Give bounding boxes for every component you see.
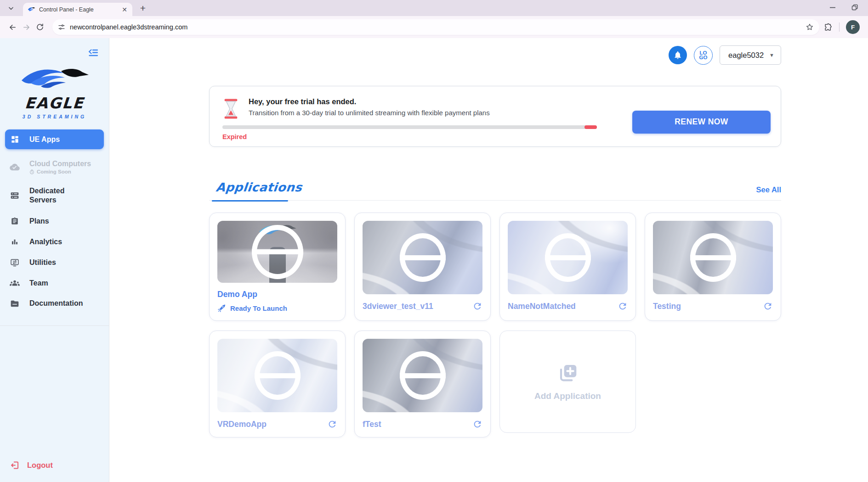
bookmark-star-icon[interactable]	[806, 23, 814, 31]
see-all-link[interactable]: See All	[756, 185, 781, 194]
sidebar-divider	[0, 325, 109, 326]
eagle-swoosh-logo-icon	[19, 66, 91, 91]
tab-search-chevron-icon[interactable]	[5, 2, 17, 15]
browser-window: Control Panel - Eagle ✕ + newcontrolpane…	[0, 0, 868, 482]
tab-title: Control Panel - Eagle	[39, 6, 120, 13]
renew-now-button[interactable]: RENEW NOW	[632, 111, 771, 134]
trial-progress-bar	[222, 125, 597, 129]
notifications-button[interactable]	[669, 46, 687, 64]
eagle-swoosh-icon	[28, 6, 35, 13]
sidebar-item-ue-apps[interactable]: UE Apps	[5, 129, 104, 149]
sidebar-item-plans[interactable]: Plans	[0, 211, 109, 232]
eagle-logo: EAGLE 3D STREAMING	[0, 66, 109, 119]
main-area: LO GO eagle5032 ▼	[109, 38, 868, 482]
refresh-icon[interactable]	[472, 419, 482, 429]
sidebar-item-utilities[interactable]: Utilities	[0, 252, 109, 273]
refresh-icon[interactable]	[472, 301, 482, 311]
sidebar-item-label: Plans	[29, 217, 49, 225]
url-bar[interactable]: newcontrolpanel.eagle3dstreaming.com	[52, 19, 819, 35]
app-card-demo-app[interactable]: Demo App Ready To Launch	[209, 213, 346, 321]
circle-slash-symbol	[400, 351, 446, 400]
trial-progress-indicator	[584, 125, 597, 129]
browser-profile-avatar[interactable]: F	[846, 20, 860, 34]
refresh-icon[interactable]	[763, 301, 773, 311]
applications-grid: Demo App Ready To Launch 3dviewer_test_v…	[209, 213, 781, 451]
logo-badge-bottom: GO	[699, 55, 708, 60]
logout-label: Logout	[27, 461, 53, 470]
restore-window-icon[interactable]	[851, 4, 858, 11]
refresh-icon[interactable]	[618, 301, 628, 311]
clock-icon	[29, 169, 34, 174]
app-thumbnail	[217, 339, 337, 412]
character-figure	[269, 247, 286, 283]
trial-banner: Hey, your free trial has ended. Transiti…	[209, 86, 781, 147]
sidebar: EAGLE 3D STREAMING UE Apps Cloud Compute…	[0, 38, 109, 482]
applications-header: Applications See All	[209, 180, 781, 201]
banner-subtitle: Transition from a 30-day trial to unlimi…	[249, 109, 490, 117]
sidebar-item-analytics[interactable]: Analytics	[0, 232, 109, 252]
sidebar-item-documentation[interactable]: Documentation	[0, 293, 109, 314]
sidebar-item-dedicated-servers[interactable]: Dedicated Servers	[0, 180, 109, 211]
browser-toolbar: newcontrolpanel.eagle3dstreaming.com F	[0, 16, 868, 38]
app-thumbnail	[653, 221, 773, 294]
toolbar-divider	[839, 22, 840, 32]
applications-heading: Applications	[215, 180, 302, 194]
bar-chart-icon	[9, 238, 20, 246]
sidebar-collapse-icon[interactable]	[88, 48, 99, 60]
circle-slash-symbol	[545, 233, 591, 282]
refresh-page-icon[interactable]	[33, 20, 47, 34]
sidebar-item-label: Cloud Computers	[29, 160, 91, 168]
sidebar-item-label: Dedicated Servers	[29, 186, 87, 205]
hourglass-icon	[222, 98, 239, 119]
app-status: Ready To Launch	[230, 304, 287, 312]
app-card-3dviewer-test-v11[interactable]: 3dviewer_test_v11	[354, 213, 491, 321]
sidebar-item-label: UE Apps	[29, 135, 60, 144]
app-name: Testing	[653, 302, 681, 311]
app-name: Demo App	[217, 290, 257, 299]
url-text[interactable]: newcontrolpanel.eagle3dstreaming.com	[70, 23, 806, 31]
sidebar-item-label: Utilities	[29, 258, 56, 267]
trial-status-label: Expired	[222, 133, 632, 140]
bell-icon	[673, 50, 682, 60]
refresh-icon[interactable]	[327, 419, 337, 429]
app-name: 3dviewer_test_v11	[363, 302, 433, 311]
clipboard-icon	[9, 217, 20, 226]
new-tab-button[interactable]: +	[137, 2, 149, 14]
minimize-icon[interactable]	[829, 4, 836, 11]
app-name: VRDemoApp	[217, 420, 267, 429]
sidebar-item-label: Analytics	[29, 238, 62, 246]
add-square-icon	[556, 363, 579, 386]
app-card-namenotmatched[interactable]: NameNotMatched	[499, 213, 636, 321]
account-dropdown[interactable]: eagle5032 ▼	[720, 45, 781, 65]
sidebar-item-cloud-computers[interactable]: Cloud Computers Coming Soon	[0, 154, 109, 180]
app-name: NameNotMatched	[508, 302, 576, 311]
app-thumbnail	[508, 221, 628, 294]
folder-icon	[9, 300, 20, 308]
browser-tab[interactable]: Control Panel - Eagle ✕	[23, 3, 132, 16]
app-name: fTest	[363, 420, 381, 429]
app-thumbnail	[363, 221, 482, 294]
chevron-down-icon: ▼	[769, 52, 774, 58]
coming-soon-badge: Coming Soon	[37, 169, 71, 174]
sidebar-item-team[interactable]: Team	[0, 273, 109, 293]
forward-icon[interactable]	[19, 20, 33, 34]
extensions-icon[interactable]	[824, 23, 833, 32]
add-application-card[interactable]: Add Application	[499, 331, 636, 433]
circle-slash-symbol	[252, 225, 303, 279]
servers-icon	[9, 191, 20, 200]
back-icon[interactable]	[6, 20, 19, 34]
app-card-testing[interactable]: Testing	[645, 213, 781, 321]
app-card-vrdemoapp[interactable]: VRDemoApp	[209, 331, 346, 437]
rocket-icon	[217, 304, 226, 313]
brand-wordmark: EAGLE	[0, 94, 109, 112]
logout-button[interactable]: Logout	[0, 460, 109, 482]
app-card-ftest[interactable]: fTest	[354, 331, 491, 437]
account-logo-badge[interactable]: LO GO	[694, 46, 713, 65]
circle-slash-symbol	[400, 233, 446, 282]
sidebar-item-label: Team	[29, 279, 48, 287]
tab-close-icon[interactable]: ✕	[120, 6, 129, 14]
circle-slash-symbol	[255, 351, 301, 400]
app-thumbnail	[363, 339, 482, 412]
site-info-icon[interactable]	[58, 23, 65, 31]
banner-title: Hey, your free trial has ended.	[249, 97, 490, 106]
